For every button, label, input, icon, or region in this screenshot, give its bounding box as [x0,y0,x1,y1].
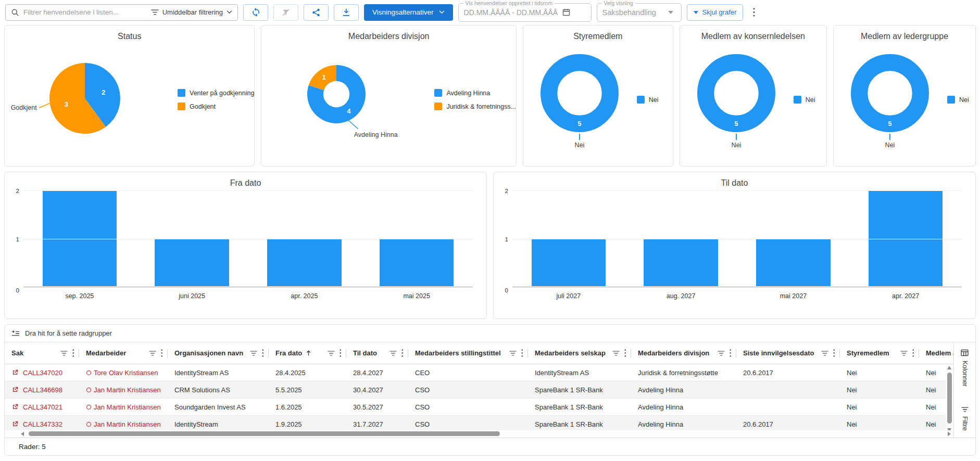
case-link[interactable]: CALL346698 [23,386,62,394]
open-case-icon[interactable] [11,403,19,411]
legend-item[interactable]: Godkjent [178,103,254,110]
column-header-siste-innvilgelsesdato[interactable]: Siste innvilgelsesdato [736,342,840,364]
column-header-medarbeider[interactable]: Medarbeider [79,342,168,364]
scroll-left-arrow-icon[interactable] [21,432,24,436]
column-menu-icon[interactable] [262,349,264,357]
column-menu-icon[interactable] [912,349,914,357]
gridline [512,239,962,239]
filters-panel-tab[interactable]: Filtre [961,406,969,431]
cell-fra-dato: 5.5.2025 [269,381,346,398]
table-row[interactable]: CALL347020Tore Olav KristiansenIdentityS… [5,364,953,381]
download-button[interactable] [334,4,359,21]
hide-charts-button[interactable]: Skjul grafer [687,4,744,21]
cell-fra-dato: 1.6.2025 [269,399,346,415]
filter-icon[interactable] [390,350,397,356]
refresh-button[interactable] [243,4,268,21]
legend-item[interactable]: Nei [947,96,969,104]
column-header-organisasjonen-navn[interactable]: Organisasjonen navn [168,342,269,364]
vertical-scrollbar[interactable] [946,364,953,433]
legend-swatch [947,96,955,104]
open-case-icon[interactable] [11,420,19,428]
legend-item[interactable]: Avdeling Hinna [434,89,516,97]
employee-link[interactable]: Jan Martin Kristiansen [94,403,161,411]
column-header-medarbeiders-selskap[interactable]: Medarbeiders selskap [528,342,631,364]
filter-icon[interactable] [900,350,908,356]
kebab-dots-icon [753,8,755,17]
columns-panel-tab[interactable]: Kolonner [960,349,969,387]
cell-siste-innvilgelsesdato [736,381,840,398]
search-box[interactable]: Umiddelbar filtrering [5,4,238,21]
horizontal-scrollbar[interactable] [5,430,953,438]
filter-icon[interactable] [612,350,620,356]
bar [267,239,341,288]
legend-swatch [434,89,442,97]
side-panel-tabs: Kolonner Filtre [953,342,975,438]
open-case-icon[interactable] [11,369,19,376]
date-range-field[interactable]: Vis henvendelser opprettet i tidsrom [458,3,592,22]
fra-dato-bar-chart: 012sep. 2025juni 2025apr. 2025mai 2025 [5,188,486,300]
horizontal-scroll-thumb[interactable] [29,431,500,436]
search-icon [11,8,19,17]
date-range-input[interactable] [464,8,558,17]
x-tick-label: mai 2027 [737,292,850,300]
legend-item[interactable]: Venter på godkjenning [178,89,254,97]
bar [380,239,454,288]
column-menu-icon[interactable] [161,349,163,357]
grid-header-row: SakMedarbeiderOrganisasjonen navnFra dat… [5,342,953,364]
chart-legend: Nei [794,96,815,104]
calendar-icon[interactable] [562,8,571,17]
filter-icon[interactable] [328,350,335,356]
column-header-styremedlem[interactable]: Styremedlem [840,342,919,364]
scroll-right-arrow-icon[interactable] [948,432,951,436]
column-header-medlem-av-ko[interactable]: Medlem av ko [919,342,953,364]
cell-medarbeiders-divisjon: Juridisk & forretningsstøtte [631,364,736,381]
employee-link[interactable]: Tore Olav Kristiansen [94,369,158,377]
employee-link[interactable]: Jan Martin Kristiansen [94,386,161,394]
view-select-field[interactable]: Velg visning Saksbehandling [597,3,682,22]
column-header-medarbeiders-stillingstittel[interactable]: Medarbeiders stillingstittel [408,342,528,364]
column-menu-icon[interactable] [730,349,732,357]
cell-siste-innvilgelsesdato: 20.6.2017 [736,364,840,381]
vertical-scroll-thumb[interactable] [947,373,952,424]
immediate-filter-dropdown[interactable]: Umiddelbar filtrering [151,8,232,16]
toolbar-menu-icon[interactable] [748,4,760,21]
filter-icon[interactable] [821,350,828,356]
column-menu-icon[interactable] [833,349,835,357]
filter-icon[interactable] [60,350,68,356]
bar-slot [23,191,136,288]
x-axis-baseline [512,286,962,288]
column-header-medarbeiders-divisjon[interactable]: Medarbeiders divisjon [631,342,736,364]
case-link[interactable]: CALL347020 [23,369,62,377]
table-row[interactable]: CALL347021Jan Martin KristiansenSoundgar… [5,399,953,416]
filter-icon[interactable] [250,350,257,356]
legend-item[interactable]: Juridisk & forretningss... [434,103,516,110]
column-menu-icon[interactable] [624,349,626,357]
case-link[interactable]: CALL347021 [23,403,62,411]
legend-item[interactable]: Nei [637,96,659,104]
search-input[interactable] [23,8,147,16]
column-menu-icon[interactable] [72,349,74,357]
clear-filter-button[interactable] [273,4,298,21]
column-header-til-dato[interactable]: Til dato [346,342,408,364]
column-menu-icon[interactable] [340,349,342,357]
chart-title: Medarbeiders divisjon [261,25,516,41]
filter-icon[interactable] [149,350,156,356]
filter-icon[interactable] [509,350,517,356]
contact-ring-icon [86,370,92,376]
column-header-fra-dato[interactable]: Fra dato [269,342,346,364]
column-menu-icon[interactable] [401,349,404,357]
view-options-button[interactable]: Visningsalternativer [364,4,453,21]
column-header-sak[interactable]: Sak [5,342,79,364]
column-menu-icon[interactable] [521,349,523,357]
employee-link[interactable]: Jan Martin Kristiansen [94,420,161,428]
legend-item[interactable]: Nei [794,96,815,104]
filter-icon[interactable] [718,350,725,356]
open-case-icon[interactable] [11,386,19,393]
row-group-dropzone[interactable]: Dra hit for å sette radgrupper [5,325,975,342]
share-button[interactable] [304,4,329,21]
scroll-up-arrow-icon[interactable] [947,366,951,369]
chart-card-fra-dato: Fra dato 012sep. 2025juni 2025apr. 2025m… [4,172,487,319]
table-row[interactable]: CALL346698Jan Martin KristiansenCRM Solu… [5,381,953,399]
case-link[interactable]: CALL347332 [23,420,62,428]
chart-legend: Nei [637,96,659,104]
